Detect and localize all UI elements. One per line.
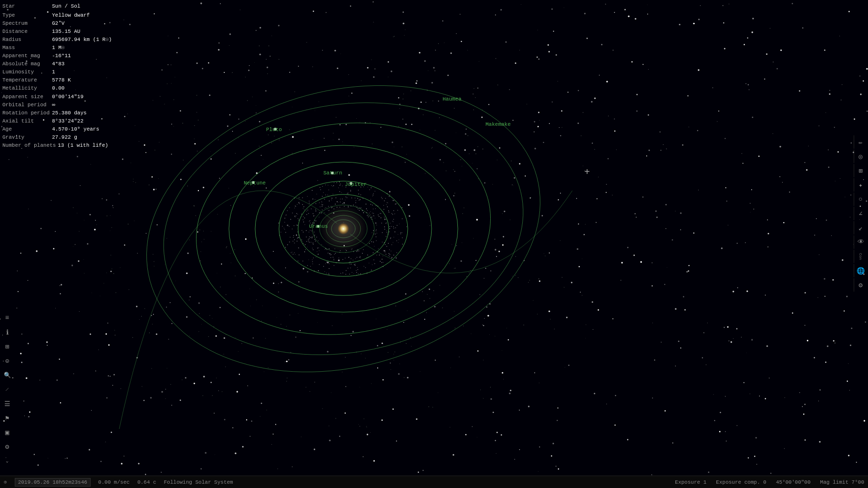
info-row: SpectrumG2 V — [2, 20, 112, 28]
svg-point-9 — [326, 215, 361, 242]
makemake-label: Makemake — [486, 122, 511, 127]
field-value: 695697.94 km (1 R☉) — [52, 36, 112, 44]
info-row: Gravity27.922 g — [2, 133, 112, 142]
field-label: Temperature — [2, 76, 50, 84]
field-value: Yellow dwarf — [52, 11, 90, 20]
info-row: Orbital period∞ — [2, 101, 112, 109]
field-value: 13 (1 with life) — [58, 142, 108, 150]
info-row: Axial tilt8°33'24"22 — [2, 117, 112, 125]
status-right: Exposure 1 Exposure comp. 0 45°00'00"00 … — [675, 479, 864, 485]
chevron-down-icon[interactable]: ⌄ — [1, 455, 13, 467]
field-label: Age — [2, 125, 50, 133]
con-label: Con — [854, 250, 867, 263]
download-icon[interactable]: ↙ — [854, 221, 867, 234]
field-label: Gravity — [2, 133, 50, 142]
speed1-value: 0.00 m/sec — [98, 479, 130, 485]
flag-icon[interactable]: ⚑ — [1, 412, 13, 424]
mag-limit-value: Mag limit 7°00 — [820, 479, 864, 485]
solar-system-icon[interactable]: ⊙ — [1, 355, 13, 367]
sparkle-icon[interactable]: ✦ — [854, 178, 867, 192]
field-label: Luminosity — [2, 68, 50, 76]
star-value: Sun / Sol — [52, 2, 80, 10]
star-label: Star — [2, 2, 50, 10]
svg-point-13 — [338, 223, 349, 234]
svg-point-4 — [255, 162, 432, 295]
speed-segment: 0.00 m/sec — [98, 479, 130, 485]
settings-icon[interactable]: ⚙ — [1, 440, 13, 453]
ruler-icon[interactable]: ⟋ — [1, 383, 13, 396]
speed2-value: 0.64 c — [137, 479, 156, 485]
field-label: Rotation period — [2, 109, 50, 117]
field-value: ∞ — [52, 101, 55, 109]
field-value: 4.570·10⁹ years — [52, 125, 99, 133]
starfield — [0, 0, 868, 488]
field-value: 135.15 AU — [52, 28, 80, 36]
field-value: 0°00'14"19 — [52, 93, 83, 101]
following-value: Following Solar System — [164, 479, 233, 485]
field-value: 0.00 — [52, 84, 64, 92]
info-row: Radius695697.94 km (1 R☉) — [2, 36, 112, 44]
haumea-label: Haumea — [443, 96, 462, 102]
field-label: Axial tilt — [2, 117, 50, 125]
search-zoom-icon[interactable]: 🔍 — [1, 369, 13, 381]
field-label: Mass — [2, 44, 50, 52]
field-label: Spectrum — [2, 20, 50, 28]
field-value: 8°33'24"22 — [52, 117, 83, 125]
info-icon[interactable]: ℹ — [1, 326, 13, 338]
gear-icon[interactable]: ⚙ — [854, 278, 867, 292]
menu-icon[interactable]: ≡ — [1, 312, 13, 324]
info-row: Metallicity0.00 — [2, 84, 112, 92]
neptune-label: Neptune — [244, 180, 266, 186]
exposure-value: Exposure 1 — [675, 479, 706, 485]
chart-icon[interactable]: ⊞ — [1, 340, 13, 353]
datetime-value: 2019.05.26 18h52m23s46 — [15, 478, 91, 487]
grid-icon[interactable]: ⊞ — [854, 164, 867, 177]
right-sidebar: ✏ ◎ ⊞ ✦ ○ ∠ ↙ 👁 Con 🌐 ⚙ — [853, 133, 868, 294]
datetime-segment: 2019.05.26 18h52m23s46 — [15, 478, 91, 487]
svg-point-10 — [331, 220, 355, 238]
info-row: Luminosity1 — [2, 68, 112, 76]
svg-point-8 — [320, 211, 367, 247]
orbit-icon[interactable]: ○ — [854, 193, 867, 206]
angle-icon[interactable]: ∠ — [854, 207, 867, 220]
field-value: 1 M☉ — [52, 44, 64, 52]
field-value: 27.922 g — [52, 133, 77, 142]
svg-point-5 — [279, 181, 408, 276]
eye-icon[interactable]: 👁 — [854, 235, 867, 249]
info-row: Age4.570·10⁹ years — [2, 125, 112, 133]
info-row: Mass1 M☉ — [2, 44, 112, 52]
info-row: Apparent mag-16ᵐ11 — [2, 52, 112, 60]
exposure-comp-value: Exposure comp. 0 — [716, 479, 766, 485]
gps-segment: ⊕ — [4, 479, 7, 485]
info-row: Rotation period25.380 days — [2, 109, 112, 117]
circle-target-icon[interactable]: ◎ — [854, 150, 867, 163]
field-value: 25.380 days — [52, 109, 87, 117]
crosshair: + — [584, 167, 590, 178]
field-label: Type — [2, 11, 50, 20]
svg-point-1 — [144, 75, 544, 382]
uranus-label: Uranus — [309, 224, 328, 229]
field-label: Orbital period — [2, 101, 50, 109]
svg-point-6 — [298, 194, 389, 263]
field-label: Apparent size — [2, 93, 50, 101]
field-label: Apparent mag — [2, 52, 50, 60]
following-segment: Following Solar System — [164, 479, 233, 485]
field-label: Number of planets — [2, 142, 56, 150]
pencil-icon[interactable]: ✏ — [854, 135, 867, 149]
info-row: TypeYellow dwarf — [2, 11, 112, 20]
field-value: 1 — [52, 68, 55, 76]
field-value: 4ᵐ83 — [52, 60, 64, 68]
field-label: Radius — [2, 36, 50, 44]
field-label: Metallicity — [2, 84, 50, 92]
info-row: Temperature5778 K — [2, 76, 112, 84]
info-row: Absolute mag4ᵐ83 — [2, 60, 112, 68]
left-sidebar: ≡ ℹ ⊞ ⊙ 🔍 ⟋ ☰ ⚑ ▣ ⚙ ⌄ — [0, 310, 14, 469]
speed2-segment: 0.64 c — [137, 479, 156, 485]
monitor-icon[interactable]: ▣ — [1, 426, 13, 438]
globe-icon[interactable]: 🌐 — [854, 264, 867, 277]
svg-point-0 — [114, 43, 572, 414]
table-icon[interactable]: ☰ — [1, 397, 13, 410]
coordinates-value: 45°00'00"00 — [776, 479, 811, 485]
saturn-label: Saturn — [323, 170, 342, 176]
svg-point-7 — [312, 205, 374, 253]
